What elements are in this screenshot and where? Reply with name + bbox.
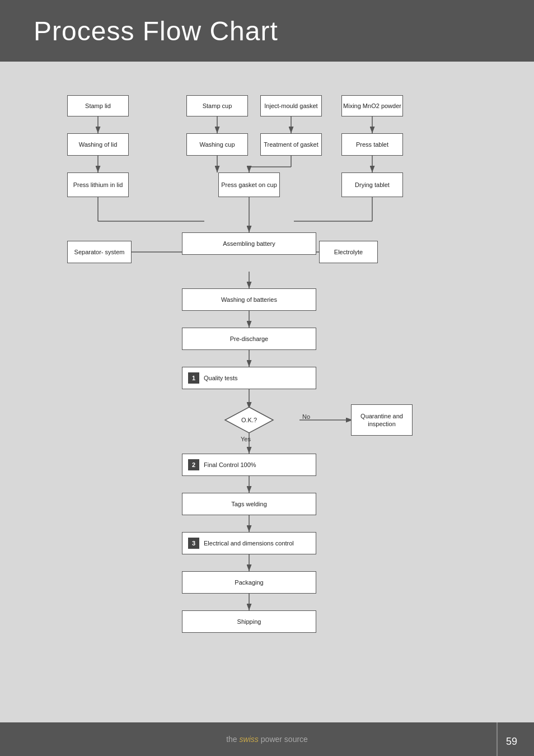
page-title: Process Flow Chart: [34, 16, 278, 46]
main-content: Stamp lid Stamp cup Inject-mould gasket …: [0, 62, 534, 722]
yes-label: Yes: [241, 436, 251, 442]
washing-lid-box: Washing of lid: [67, 133, 129, 156]
page-header: Process Flow Chart: [0, 0, 534, 62]
quarantine-box: Quarantine and inspection: [351, 404, 413, 436]
electrolyte-box: Electrolyte: [319, 241, 378, 263]
footer-swiss: swiss: [240, 735, 259, 744]
stamp-lid-box: Stamp lid: [67, 95, 129, 116]
mixing-mno2-box: Mixing MnO2 powder: [341, 95, 403, 116]
press-lithium-box: Press lithium in lid: [67, 172, 129, 197]
footer-line: [496, 722, 498, 756]
inject-mould-box: Inject-mould gasket: [260, 95, 322, 116]
electrical-badge: 3: [188, 538, 199, 549]
press-gasket-box: Press gasket on cup: [218, 172, 280, 197]
pre-discharge-box: Pre-discharge: [182, 328, 316, 350]
packaging-box: Packaging: [182, 571, 316, 594]
okq-diamond-svg: O.K.?: [224, 406, 274, 434]
treatment-gasket-box: Treatment of gasket: [260, 133, 322, 156]
separator-box: Separator- system: [67, 241, 132, 263]
shipping-box: Shipping: [182, 610, 316, 633]
stamp-cup-box: Stamp cup: [186, 95, 248, 116]
quality-tests-box: 1 Quality tests: [182, 367, 316, 389]
footer-the: the: [226, 735, 237, 744]
svg-text:O.K.?: O.K.?: [241, 417, 257, 423]
washing-cup-box: Washing cup: [186, 133, 248, 156]
drying-tablet-box: Drying tablet: [341, 172, 403, 197]
page-number: 59: [506, 736, 517, 748]
press-tablet-box: Press tablet: [341, 133, 403, 156]
flowchart: Stamp lid Stamp cup Inject-mould gasket …: [17, 73, 517, 711]
footer-rest: power source: [261, 735, 308, 744]
electrical-box: 3 Electrical and dimensions control: [182, 532, 316, 554]
washing-batteries-box: Washing of batteries: [182, 288, 316, 311]
okq-diamond-wrapper: O.K.?: [224, 406, 274, 434]
quality-badge: 1: [188, 372, 199, 384]
no-label: No: [302, 413, 310, 420]
final-control-box: 2 Final Control 100%: [182, 454, 316, 476]
tags-welding-box: Tags welding: [182, 493, 316, 515]
final-badge: 2: [188, 459, 199, 470]
footer: the swiss power source: [0, 722, 534, 756]
assembling-box: Assembling battery: [182, 232, 316, 255]
